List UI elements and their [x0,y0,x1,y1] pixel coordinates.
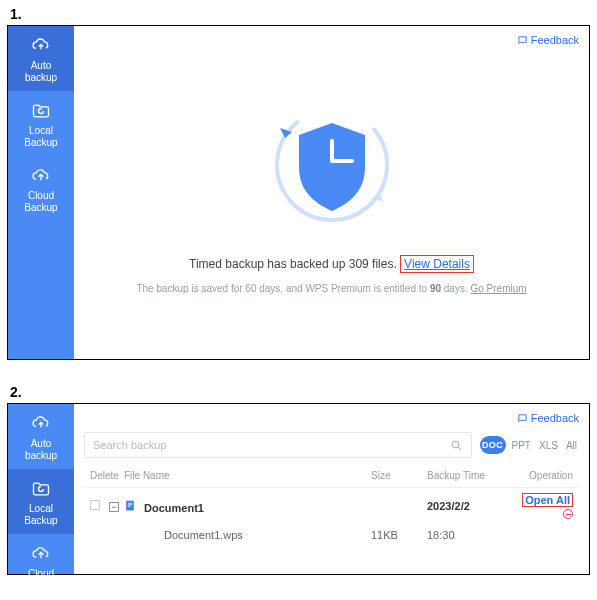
backup-status-text: Timed backup has backed up 309 files. Vi… [189,255,474,273]
sidebar-item-label: LocalBackup [24,503,57,526]
filter-doc[interactable]: DOC [480,436,506,454]
row-filename-cell: Document1 [124,499,371,514]
group-filename: Document1 [144,502,204,514]
col-backup-time: Backup Time [427,470,507,481]
panel-local-backup: Autobackup LocalBackup CloudBackup Feedb… [7,403,590,575]
sidebar-item-local-backup[interactable]: LocalBackup [8,91,74,156]
filter-all[interactable]: All [564,440,579,451]
sidebar-item-label: CloudBackup [24,190,57,213]
row-checkbox[interactable] [90,500,100,510]
cloud-refresh-icon [31,36,51,56]
sidebar-item-label: CloudBackup [24,568,57,591]
table-row-child[interactable]: Document1.wps 11KB 18:30 [84,524,579,546]
group-operation: Open All [507,493,577,519]
group-backup-date: 2023/2/2 [427,500,507,512]
backup-retention-text: The backup is saved for 60 days, and WPS… [136,283,526,294]
cloud-refresh-icon [31,414,51,434]
feedback-label: Feedback [531,34,579,46]
view-details-highlight: View Details [400,255,474,273]
cloud-upload-icon [31,166,51,186]
main-area: Feedback Search backup DOC PPT XLS All D… [74,404,589,574]
open-all-link[interactable]: Open All [525,494,570,506]
filter-tabs: DOC PPT XLS All [480,436,579,454]
col-size: Size [371,470,427,481]
main-area: Feedback Timed backup has backed up 309 … [74,26,589,359]
sidebar-item-cloud-backup[interactable]: CloudBackup [8,534,74,593]
feedback-link[interactable]: Feedback [517,412,579,424]
search-input[interactable]: Search backup [84,432,472,458]
doc-file-icon [124,502,140,514]
sidebar: Autobackup LocalBackup CloudBackup [8,404,74,574]
folder-refresh-icon [31,101,51,121]
folder-refresh-icon [31,479,51,499]
search-and-filters-row: Search backup DOC PPT XLS All [84,432,579,458]
cloud-upload-icon [31,544,51,564]
view-details-link[interactable]: View Details [404,257,470,271]
search-icon [450,439,463,452]
svg-rect-8 [128,506,131,507]
sidebar-item-auto-backup[interactable]: Autobackup [8,26,74,91]
filter-ppt[interactable]: PPT [510,440,533,451]
row-controls: − [90,500,124,513]
col-filename: File Name [124,470,371,481]
sidebar-item-label: Autobackup [25,438,57,461]
local-backup-content: Search backup DOC PPT XLS All Delete Fil… [74,404,589,574]
collapse-toggle[interactable]: − [109,502,119,512]
open-all-highlight: Open All [522,493,573,507]
feedback-icon [517,413,528,424]
feedback-icon [517,35,528,46]
panel-auto-backup: Autobackup LocalBackup CloudBackup Feedb… [7,25,590,360]
sidebar-item-label: LocalBackup [24,125,57,148]
feedback-label: Feedback [531,412,579,424]
svg-rect-6 [128,502,132,503]
sidebar-item-label: Autobackup [25,60,57,83]
go-premium-link[interactable]: Go Premium [470,283,526,294]
svg-rect-7 [128,504,132,505]
col-delete: Delete [90,470,124,481]
sidebar-item-local-backup[interactable]: LocalBackup [8,469,74,534]
svg-point-4 [452,441,459,448]
sidebar: Autobackup LocalBackup CloudBackup [8,26,74,359]
table-row-group[interactable]: − Document1 2023/2/2 Open All [84,488,579,524]
search-placeholder: Search backup [93,439,166,451]
step-2-label: 2. [0,378,597,403]
feedback-link[interactable]: Feedback [517,34,579,46]
auto-backup-hero: Timed backup has backed up 309 files. Vi… [74,26,589,359]
table-header: Delete File Name Size Backup Time Operat… [84,464,579,488]
svg-rect-5 [126,500,134,510]
sidebar-item-auto-backup[interactable]: Autobackup [8,404,74,469]
remove-icon[interactable] [563,509,573,519]
filter-xls[interactable]: XLS [537,440,560,451]
sidebar-item-cloud-backup[interactable]: CloudBackup [8,156,74,221]
child-filename: Document1.wps [124,529,371,541]
backup-shield-clock-icon [262,95,402,235]
child-size: 11KB [371,529,427,541]
col-operation: Operation [507,470,577,481]
step-1-label: 1. [0,0,597,25]
child-backup-time: 18:30 [427,529,507,541]
